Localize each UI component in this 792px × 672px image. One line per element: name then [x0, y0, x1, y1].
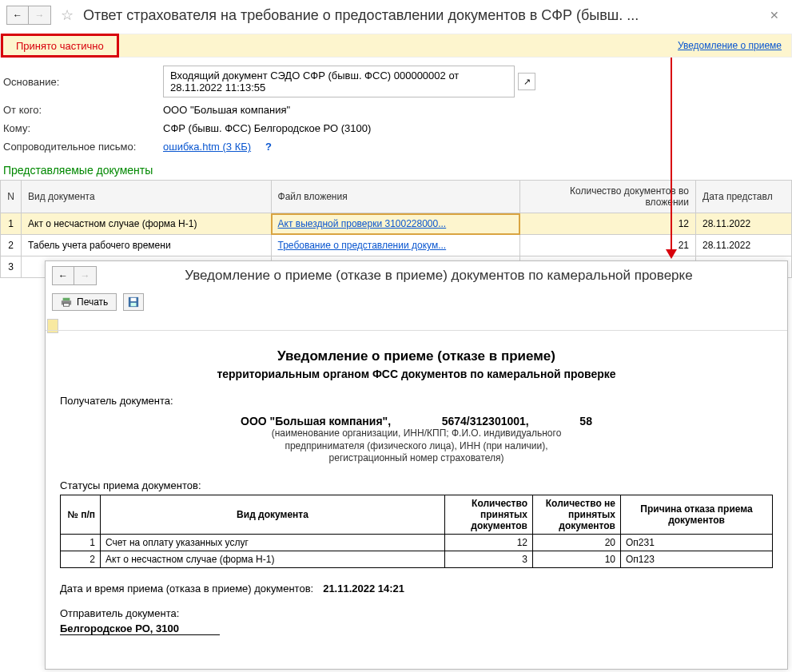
col-count: Количество документов во вложении [520, 181, 696, 213]
cover-letter-link[interactable]: ошибка.htm (3 КБ) [163, 141, 251, 153]
doc-subheading: территориальным органом ФСС документов п… [60, 368, 773, 380]
col-n: N [1, 181, 22, 213]
open-basis-button[interactable]: ↗ [518, 73, 535, 90]
file-link[interactable]: Акт выездной проверки 3100228000... [278, 218, 447, 229]
info-block: Основание: Входящий документ СЭДО СФР (б… [0, 66, 792, 153]
svg-rect-2 [64, 304, 70, 307]
cover-letter-label: Сопроводительное письмо: [3, 141, 163, 153]
printer-icon [61, 296, 72, 308]
status-table: № п/п Вид документа Количество принятых … [60, 495, 773, 568]
modal-nav-back-button[interactable]: ← [52, 266, 74, 285]
col-type: Вид документа [22, 181, 272, 213]
floppy-disk-icon [128, 296, 139, 308]
annotation-arrow-icon [671, 58, 672, 257]
modal-title: Уведомление о приеме (отказе в приеме) д… [97, 268, 781, 284]
documents-section-title: Представляемые документы [0, 159, 792, 180]
receiver-label: Получатель документа: [60, 395, 773, 407]
nav-forward-button[interactable]: → [29, 6, 51, 25]
datetime-value: 21.11.2022 14:21 [323, 583, 404, 594]
sender-value: Белгородское РО, 3100 [60, 622, 220, 635]
from-value: ООО "Большая компания" [163, 104, 290, 116]
from-label: От кого: [3, 104, 163, 116]
print-button[interactable]: Печать [52, 293, 117, 311]
status-row: 2 Акт о несчастном случае (форма Н-1) 3 … [61, 551, 773, 567]
svg-rect-4 [131, 298, 137, 301]
close-button[interactable]: ✕ [763, 6, 786, 25]
table-row[interactable]: 1 Акт о несчастном случае (форма Н-1) Ак… [1, 213, 792, 235]
doc-heading: Уведомление о приеме (отказе в приеме) [60, 348, 773, 364]
nav-back-button[interactable]: ← [6, 6, 29, 25]
basis-label: Основание: [3, 76, 163, 88]
org-note: регистрационный номер страхователя) [60, 452, 773, 465]
basis-field[interactable]: Входящий документ СЭДО СФР (бывш. ФСС) 0… [163, 66, 515, 97]
favorite-star-icon[interactable]: ☆ [58, 6, 77, 25]
org-line: ООО "Большая компания", 5674/312301001, … [60, 415, 773, 427]
svg-rect-0 [63, 298, 70, 301]
status-bar: Принято частично Уведомление о приеме [0, 34, 792, 58]
org-note: предпринимателя (физического лица), ИНН … [60, 440, 773, 453]
to-label: Кому: [3, 122, 163, 134]
status-badge: Принято частично [1, 34, 119, 58]
modal-nav-forward-button[interactable]: → [74, 266, 97, 285]
to-value: СФР (бывш. ФСС) Белгородское РО (3100) [163, 122, 371, 134]
svg-rect-5 [131, 303, 137, 306]
col-file: Файл вложения [271, 181, 519, 213]
notification-modal: ← → Уведомление о приеме (отказе в прием… [45, 260, 788, 670]
basis-value: Входящий документ СЭДО СФР (бывш. ФСС) 0… [170, 70, 507, 93]
status-table-heading: Статусы приема документов: [60, 479, 773, 491]
col-date: Дата представл [696, 181, 792, 213]
org-note: (наименование организации, ИНН/КПП; Ф.И.… [60, 427, 773, 440]
document-body: Уведомление о приеме (отказе в приеме) т… [46, 330, 787, 643]
status-row: 1 Счет на оплату указанных услуг 12 20 О… [61, 534, 773, 551]
datetime-label: Дата и время приема (отказа в приеме) до… [60, 583, 313, 594]
save-button[interactable] [123, 293, 144, 311]
notification-link[interactable]: Уведомление о приеме [678, 40, 782, 51]
window-title: Ответ страхователя на требование о предо… [83, 7, 763, 24]
sender-label: Отправитель документа: [60, 607, 773, 619]
file-link[interactable]: Требование о представлении докум... [278, 240, 447, 251]
help-icon[interactable]: ? [265, 141, 272, 153]
window-topbar: ← → ☆ Ответ страхователя на требование о… [0, 0, 792, 30]
